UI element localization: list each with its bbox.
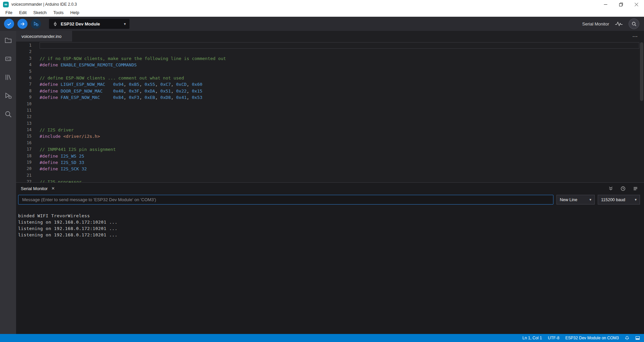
toolbar: ESP32 Dev Module ▾ Serial Monitor — [0, 17, 644, 31]
titlebar: ∞ voicecommander | Arduino IDE 2.0.3 — [0, 0, 644, 9]
circuit-board-icon — [4, 55, 12, 63]
debug-button[interactable] — [31, 19, 41, 29]
line-number: 5 — [16, 68, 40, 75]
code-text: #define LIGHT_ESP_NOW_MAC 0x94, 0xB5, 0x… — [40, 81, 639, 88]
code-text — [40, 68, 639, 75]
serial-monitor-header: Serial Monitor ✕ — [16, 183, 644, 194]
line-number: 22 — [16, 179, 40, 182]
panel-layout-icon — [635, 336, 640, 340]
cursor-position[interactable]: Ln 1, Col 1 — [523, 336, 542, 340]
clear-output-button[interactable] — [633, 186, 638, 191]
minimize-button[interactable] — [598, 0, 613, 9]
code-line: 13 — [16, 120, 644, 127]
collapse-panel-button[interactable] — [608, 186, 613, 191]
line-ending-dropdown[interactable]: New Line ▾ — [556, 195, 595, 205]
usb-plug-icon — [53, 21, 58, 26]
close-icon — [635, 3, 638, 6]
menu-file[interactable]: File — [2, 9, 16, 16]
arrow-right-icon — [20, 21, 25, 26]
serial-monitor-title: Serial Monitor — [21, 186, 48, 191]
code-line: 17// INMP441 I2S pin assignment — [16, 146, 644, 153]
restore-button[interactable] — [613, 0, 629, 9]
serial-monitor-close-button[interactable]: ✕ — [51, 186, 55, 190]
editor-scrollbar[interactable] — [640, 42, 643, 101]
close-button[interactable] — [629, 0, 644, 9]
sidebar-sketchbook-button[interactable] — [3, 36, 13, 45]
board-port-indicator[interactable]: ESP32 Dev Module on COM3 — [566, 336, 619, 340]
menu-sketch[interactable]: Sketch — [30, 9, 50, 16]
selected-board-label: ESP32 Dev Module — [61, 21, 121, 26]
debug-play-icon — [4, 92, 12, 100]
line-number: 19 — [16, 159, 40, 166]
code-text — [40, 101, 639, 107]
arduino-logo-icon: ∞ — [3, 2, 9, 7]
code-line: 14// I2S driver — [16, 127, 644, 133]
line-number: 9 — [16, 94, 40, 101]
baud-rate-dropdown[interactable]: 115200 baud ▾ — [598, 195, 640, 205]
line-number: 17 — [16, 146, 40, 153]
menubar: File Edit Sketch Tools Help — [0, 9, 644, 17]
code-editor[interactable]: 123// if no ESP-NOW clients, make sure t… — [16, 42, 644, 182]
sidebar-search-button[interactable] — [3, 109, 13, 119]
upload-button[interactable] — [17, 19, 28, 29]
board-selector-dropdown[interactable]: ESP32 Dev Module ▾ — [49, 19, 129, 29]
code-text: #define I2S_WS 25 — [40, 153, 639, 159]
serial-output-line: listening on 192.168.0.172:10201 ... — [18, 232, 641, 238]
code-line: 10 — [16, 101, 644, 107]
code-line: 21 — [16, 172, 644, 179]
chevron-down-icon: ▾ — [635, 198, 637, 202]
encoding-indicator[interactable]: UTF-8 — [548, 336, 559, 340]
toggle-timestamp-button[interactable] — [621, 186, 626, 191]
sidebar-debug-button[interactable] — [3, 91, 13, 100]
line-ending-value: New Line — [560, 197, 577, 202]
notifications-button[interactable] — [625, 336, 629, 340]
verify-button[interactable] — [4, 19, 14, 29]
chevron-down-icon: ▾ — [589, 198, 591, 202]
content: voicecommander.ino ⋯ 123// if no ESP-NOW… — [0, 31, 644, 334]
toggle-panel-button[interactable] — [635, 336, 640, 340]
code-text: #define DOOR_ESP_NOW_MAC 0x48, 0x3F, 0xD… — [40, 88, 639, 94]
serial-output-line: listening on 192.168.0.172:10201 ... — [18, 219, 641, 225]
code-text: // INMP441 I2S pin assignment — [40, 146, 639, 153]
books-icon — [4, 73, 12, 81]
editor-tabbar: voicecommander.ino ⋯ — [16, 31, 644, 42]
chevron-down-icon: ▾ — [124, 22, 126, 26]
line-number: 3 — [16, 55, 40, 62]
menu-tools[interactable]: Tools — [50, 9, 67, 16]
serial-monitor-toggle-button[interactable] — [629, 18, 639, 29]
code-line: 12 — [16, 114, 644, 120]
code-line: 19#define I2S_SD 33 — [16, 159, 644, 166]
sidebar-boards-manager-button[interactable] — [3, 54, 13, 63]
serial-monitor-panel: Serial Monitor ✕ New Line — [16, 182, 644, 334]
menu-help[interactable]: Help — [67, 9, 83, 16]
line-number: 14 — [16, 127, 40, 133]
code-line: 3// if no ESP-NOW clients, make sure the… — [16, 55, 644, 62]
code-text: #include <driver/i2s.h> — [40, 133, 639, 139]
code-text: #define FAN_ESP_NOW_MAC 0x84, 0xF3, 0xEB… — [40, 94, 639, 101]
code-text — [40, 114, 639, 120]
magnifier-icon — [632, 21, 637, 26]
code-text — [40, 140, 639, 146]
menu-edit[interactable]: Edit — [16, 9, 30, 16]
code-line: 11 — [16, 107, 644, 114]
more-actions-icon: ⋯ — [632, 33, 638, 40]
sidebar-library-manager-button[interactable] — [3, 72, 13, 82]
code-line: 20#define I2S_SCK 32 — [16, 166, 644, 172]
folder-icon — [4, 36, 12, 45]
editor-more-actions-button[interactable]: ⋯ — [632, 31, 644, 42]
check-icon — [7, 21, 12, 26]
serial-plotter-icon[interactable] — [615, 21, 623, 26]
serial-message-input[interactable] — [18, 195, 553, 205]
tab-voicecommander-ino[interactable]: voicecommander.ino — [16, 31, 72, 42]
code-text — [40, 172, 639, 179]
code-text: // I2S processor — [40, 179, 639, 182]
code-text — [40, 120, 639, 127]
line-number: 7 — [16, 81, 40, 88]
code-text: #define I2S_SD 33 — [40, 159, 639, 166]
line-number: 8 — [16, 88, 40, 94]
serial-monitor-tooltip: Serial Monitor — [582, 21, 609, 26]
statusbar-right: Ln 1, Col 1 UTF-8 ESP32 Dev Module on CO… — [523, 336, 640, 340]
editor-lines: 123// if no ESP-NOW clients, make sure t… — [16, 42, 644, 182]
toolbar-right: Serial Monitor — [582, 18, 639, 29]
line-number: 18 — [16, 153, 40, 159]
